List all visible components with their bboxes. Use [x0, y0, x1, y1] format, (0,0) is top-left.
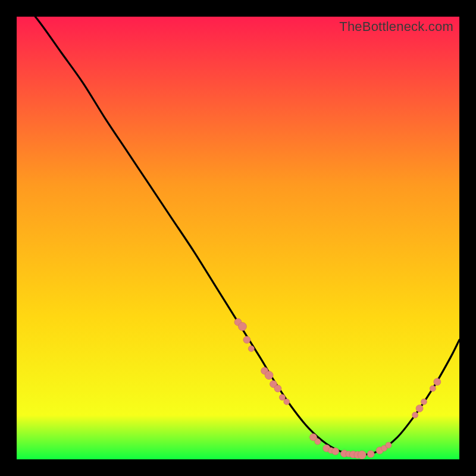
data-marker	[265, 371, 273, 380]
data-marker	[248, 346, 254, 352]
data-marker	[434, 378, 441, 386]
watermark-text: TheBottleneck.com	[339, 19, 453, 35]
data-marker	[274, 385, 281, 392]
data-marker	[416, 405, 423, 412]
data-marker	[386, 442, 392, 448]
data-marker	[238, 322, 246, 331]
data-marker	[358, 451, 366, 459]
data-marker	[367, 450, 374, 458]
data-marker	[430, 386, 436, 392]
chart-svg	[17, 17, 459, 459]
data-marker	[421, 399, 427, 405]
chart-plot-area: TheBottleneck.com	[17, 17, 459, 459]
chart-outer-frame: TheBottleneck.com	[0, 0, 476, 476]
data-marker	[284, 399, 290, 405]
data-marker	[332, 448, 339, 455]
data-marker	[315, 439, 321, 444]
data-marker	[243, 336, 250, 343]
data-marker	[279, 394, 285, 400]
data-marker	[412, 412, 418, 418]
